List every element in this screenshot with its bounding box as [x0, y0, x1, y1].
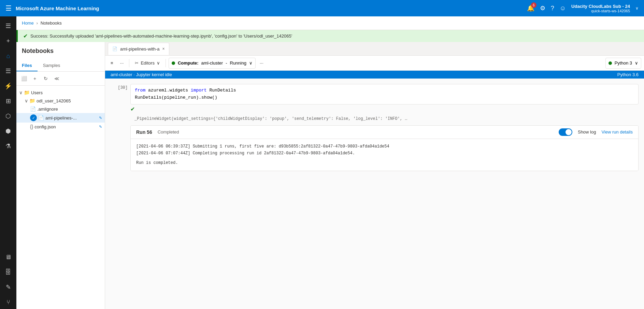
log-line-1: [2021-04-06 06:39:37Z] Submitting 1 runs…: [136, 143, 633, 150]
cell-content: from azureml.widgets import RunDetails R…: [130, 84, 639, 171]
code-line-2: RunDetails(pipeline_run).show(): [135, 94, 634, 101]
edit-indicator-2: ✎: [99, 125, 102, 129]
compute-more-icon: ···: [260, 60, 263, 66]
show-log-label: Show log: [578, 129, 596, 135]
tree-users-folder[interactable]: ∨ 📁 Users: [16, 88, 105, 97]
compute-more-btn[interactable]: ···: [257, 58, 266, 69]
sidebar-models-icon[interactable]: ⬡: [1, 109, 15, 123]
editors-label: Editors: [141, 60, 154, 66]
breadcrumb-sep: ›: [37, 21, 38, 26]
show-log-toggle[interactable]: [559, 128, 572, 136]
cell-30: [30] from azureml.widgets import RunDeta…: [111, 84, 639, 171]
tree-user-subfolder[interactable]: ∨ 📁 odl_user_142065: [16, 97, 105, 105]
run-complete: Run is completed.: [136, 159, 633, 166]
file-new-btn[interactable]: ⬜: [19, 74, 29, 83]
success-icon: ✔: [23, 33, 28, 39]
python-selector[interactable]: Python 3 ∨: [605, 58, 641, 69]
sidebar-git-icon[interactable]: ⑂: [1, 295, 15, 309]
notebook-editor: 📄 aml-pipelines-with-a × ≡ ··· ✂: [105, 42, 644, 309]
kernel-bar: aml-cluster · Jupyter kernel idle Python…: [105, 71, 644, 79]
sidebar-add-icon[interactable]: +: [1, 34, 15, 48]
toolbar-divider-2: [166, 59, 166, 67]
breadcrumb-home[interactable]: Home: [22, 20, 34, 26]
sidebar-compute-icon[interactable]: 🖥: [1, 250, 15, 264]
sidebar-automl-icon[interactable]: ⚡: [1, 79, 15, 93]
tab-samples[interactable]: Samples: [38, 60, 66, 71]
tab-bar: 📄 aml-pipelines-with-a ×: [105, 42, 644, 56]
widget-log: [2021-04-06 06:39:37Z] Submitting 1 runs…: [131, 139, 638, 171]
cell-number: [30]: [111, 84, 128, 171]
kw-from: from: [135, 88, 145, 93]
sidebar-home-icon[interactable]: ⌂: [1, 49, 15, 63]
compute-label: Compute:: [178, 60, 199, 66]
toggle-dot: [566, 129, 572, 135]
tree-amlignore[interactable]: 📄 .amlignore: [16, 105, 105, 113]
hamburger-icon[interactable]: ☰: [5, 4, 12, 12]
sidebar-experiments-icon[interactable]: ⬢: [1, 124, 15, 138]
kernel-status-left: aml-cluster · Jupyter kernel idle: [111, 72, 172, 77]
tree-notebook-label: aml-pipelines-...: [45, 115, 77, 121]
file-tabs: Files Samples: [16, 60, 105, 72]
sidebar-notebooks-icon[interactable]: ☰: [1, 64, 15, 78]
help-icon[interactable]: ?: [551, 5, 554, 12]
compute-selector[interactable]: Compute: aml-cluster - Running ∨: [169, 58, 256, 69]
kw-import: import: [191, 88, 207, 93]
menu-toggle-btn[interactable]: ≡: [108, 58, 116, 69]
sidebar-designer-icon[interactable]: ⊞: [1, 94, 15, 108]
top-bar-right: 🔔 6 ⚙ ? ☺ Udacity CloudLabs Sub - 24 qui…: [527, 4, 639, 13]
compute-status: Running: [230, 60, 246, 66]
success-message: Success: Successfully uploaded 'aml-pipe…: [30, 33, 292, 39]
subfolder-icon: 📁: [29, 98, 35, 103]
sidebar-icons: ☰ + ⌂ ☰ ⚡ ⊞ ⬡ ⬢ ⚗ 🖥 🗄 ✎ ⑂: [0, 16, 16, 309]
kernel-status-right: Python 3.6: [617, 72, 639, 77]
tab-close-btn[interactable]: ×: [162, 46, 165, 51]
cell-success-check: ✔: [130, 106, 135, 112]
notification-icon[interactable]: 🔔 6: [527, 4, 534, 12]
edit-indicator: ✎: [99, 116, 102, 120]
tab-file-icon: 📄: [112, 46, 117, 51]
success-banner: ✔ Success: Successfully uploaded 'aml-pi…: [16, 30, 644, 42]
tree-config-label: config.json: [34, 124, 56, 129]
file-toolbar: ⬜ + ↻ ≪: [16, 72, 105, 86]
file-icon-2: 📄: [38, 115, 44, 121]
sidebar-data-icon[interactable]: 🗄: [1, 265, 15, 279]
python-status-dot: [609, 61, 612, 65]
compute-name: aml-cluster: [201, 60, 223, 66]
editors-btn[interactable]: ✂ Editors ∨: [132, 58, 162, 69]
folder-icon: 📁: [24, 90, 30, 95]
notebooks-title: Notebooks: [16, 42, 105, 60]
sidebar-lab-icon[interactable]: ⚗: [1, 139, 15, 153]
file-add-btn[interactable]: +: [30, 74, 40, 83]
content-area: Home › Notebooks ✔ Success: Successfully…: [16, 16, 644, 309]
user-avatar-icon[interactable]: ☺: [560, 5, 566, 12]
sidebar-edit-icon[interactable]: ✎: [1, 280, 15, 294]
top-bar: ☰ Microsoft Azure Machine Learning 🔔 6 ⚙…: [0, 0, 644, 16]
top-bar-left: ☰ Microsoft Azure Machine Learning: [5, 4, 99, 12]
menu-icon: ≡: [111, 60, 113, 66]
compute-chevron-icon: ∨: [249, 60, 253, 66]
breadcrumb-current: Notebooks: [41, 20, 62, 26]
python-label: Python 3: [615, 60, 632, 66]
widget-header: Run 56 Completed Show log View run detai…: [131, 126, 638, 139]
tree-notebook-file[interactable]: ✓ 📄 aml-pipelines-... ✎: [16, 113, 105, 123]
widget-output-text: _PipelineWidget(widget_settings={'childW…: [130, 114, 639, 124]
file-refresh-btn[interactable]: ↻: [41, 74, 51, 83]
file-collapse-btn[interactable]: ≪: [52, 74, 61, 83]
code-block[interactable]: from azureml.widgets import RunDetails R…: [130, 84, 639, 104]
selected-check: ✓: [30, 114, 37, 121]
tree-config-file[interactable]: {} config.json ✎: [16, 123, 105, 131]
completed-label: Completed: [158, 129, 179, 135]
breadcrumb-bar: Home › Notebooks: [16, 16, 644, 30]
tree-user-folder-label: odl_user_142065: [37, 98, 71, 103]
settings-icon[interactable]: ⚙: [540, 4, 545, 12]
notebook-toolbar: ≡ ··· ✂ Editors ∨ Compute:: [105, 56, 644, 71]
sidebar-collapse-icon[interactable]: ☰: [1, 19, 15, 33]
view-run-link[interactable]: View run details: [601, 129, 633, 135]
user-chevron-icon[interactable]: ∨: [635, 6, 639, 11]
chevron-down-icon: ∨: [19, 90, 23, 95]
file-tree: ∨ 📁 Users ∨ 📁 odl_user_142065 📄 .amligno…: [16, 86, 105, 309]
notebook-tab[interactable]: 📄 aml-pipelines-with-a ×: [108, 43, 169, 55]
more-options-btn[interactable]: ···: [117, 58, 127, 69]
tab-files[interactable]: Files: [16, 60, 38, 71]
code-line-1: from azureml.widgets import RunDetails: [135, 87, 634, 94]
